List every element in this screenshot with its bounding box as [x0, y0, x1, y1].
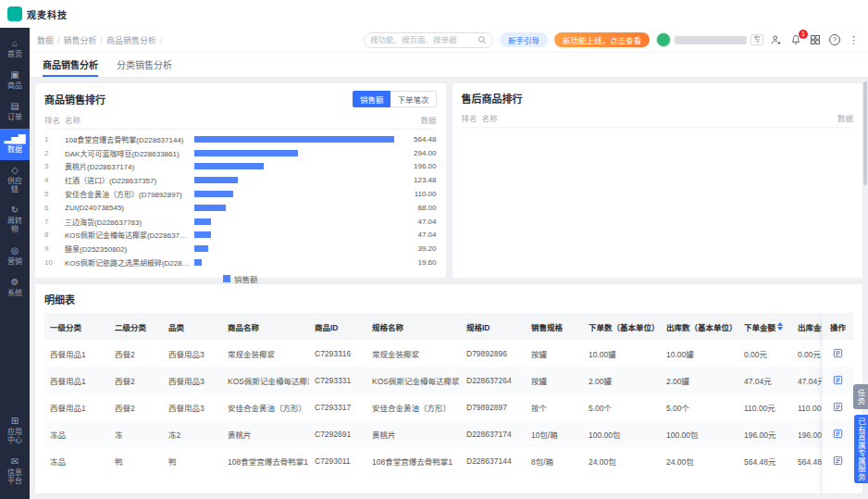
column-header: 销售规格	[526, 321, 583, 332]
row-detail-button[interactable]	[823, 420, 853, 447]
chart-legend[interactable]: 销售额	[44, 269, 437, 284]
table-header-row: 一级分类 二级分类	[44, 313, 822, 340]
cell-category-1: 冻品	[44, 429, 109, 440]
header-bar: 数据销售分析商品销售分析 新手引导 新功能上线，点击查看 专	[30, 28, 868, 52]
cell-sale-spec: 按罐	[526, 375, 583, 386]
column-header-label: 商品名称	[228, 321, 259, 332]
analysis-tab[interactable]: 分类销售分析	[117, 53, 172, 77]
bar-track	[194, 177, 394, 183]
cell-out-amount: 196.00元	[792, 429, 822, 440]
column-header: 商品ID	[309, 321, 366, 332]
sales-bar	[194, 177, 238, 183]
notification-bell-icon[interactable]: 1	[790, 34, 801, 45]
cell-product-id: C7292691	[309, 430, 366, 439]
column-header-label: 销售规格	[531, 321, 563, 332]
rank-row: 10 KOS佩斯记依路之选黑胡椒碎(D228634296) 19.60	[44, 256, 437, 269]
table-body: 西餐用品1 西餐2 西餐用品3 常规金装椰浆 C7293316 常规金装椰浆 D…	[44, 340, 822, 474]
sidebar-item[interactable]: ⚙ 系统	[0, 272, 30, 304]
rank-row: 4 红酒（进口）(D228637357) 123.48	[44, 173, 437, 187]
sidebar-item[interactable]: ⊞ 应用中心	[0, 411, 30, 451]
global-search[interactable]	[364, 32, 493, 48]
bar-track	[194, 259, 394, 266]
apps-grid-icon[interactable]	[810, 34, 821, 45]
page-scrollbar-thumb[interactable]	[863, 81, 867, 185]
sales-value: 123.48	[394, 176, 437, 184]
app-logo[interactable]: 观麦科技	[7, 6, 68, 21]
sidebar-item-icon: ✉	[11, 457, 19, 467]
row-detail-button[interactable]	[823, 393, 853, 420]
more-menu-icon[interactable]: ⋮	[849, 35, 859, 45]
rank-col-header: 排名	[44, 114, 65, 125]
row-detail-button[interactable]	[823, 447, 853, 474]
metric-toggle-button[interactable]: 销售额	[353, 91, 391, 107]
bar-track	[194, 136, 394, 143]
search-input[interactable]	[370, 35, 474, 44]
guide-button[interactable]: 新手引导	[500, 32, 548, 47]
breadcrumb-item[interactable]: 数据	[37, 34, 64, 46]
task-float-button[interactable]: 任务	[853, 384, 868, 409]
analysis-tab[interactable]: 商品销售分析	[43, 53, 98, 77]
metric-toggle-button[interactable]: 下单笔次	[391, 91, 436, 107]
cell-product-id: C7293316	[309, 349, 366, 358]
sidebar-item[interactable]: ▤ 订单	[0, 96, 30, 128]
cell-product-name: 108食堂宫爆去骨鸭掌1	[222, 455, 309, 467]
table-row: 西餐用品1 西餐2 西餐用品3 常规金装椰浆 C7293316 常规金装椰浆 D…	[44, 340, 822, 367]
product-name: 黄桃片(D228637174)	[65, 161, 194, 171]
table-scroll-area[interactable]: 一级分类 二级分类	[44, 313, 822, 493]
sidebar-item-icon: ◇	[11, 166, 19, 175]
header-icons: 1 ? ⋮	[770, 34, 859, 45]
sidebar-item[interactable]: ◎ 营销	[0, 241, 30, 272]
cell-category-3: 鸭	[163, 455, 222, 467]
logo-icon	[7, 6, 22, 21]
breadcrumb-item[interactable]: 商品销售分析	[106, 34, 167, 46]
help-icon[interactable]: ?	[829, 34, 840, 45]
cell-sale-spec: 按个	[526, 402, 583, 413]
row-detail-button[interactable]	[823, 340, 853, 367]
sidebar-item-label: 订单	[5, 113, 25, 121]
cell-order-qty: 5.00个	[583, 402, 661, 413]
sales-value: 564.48	[394, 135, 437, 143]
rank-table-header: 排名 名称 数据	[462, 106, 854, 128]
rank-row: 3 黄桃片(D228637174) 196.00	[44, 160, 437, 174]
search-icon[interactable]	[477, 35, 487, 44]
sidebar-item-icon: ⊞	[11, 417, 19, 426]
column-header-label: 下单数（基本单位）	[589, 321, 660, 332]
row-detail-button[interactable]	[823, 367, 853, 393]
cell-category-3: 西餐用品3	[163, 348, 222, 359]
cell-out-amount: 110.00元	[792, 402, 822, 413]
sales-value: 196.00	[394, 162, 437, 170]
service-float-button[interactable]: 已有直属专属服务	[854, 415, 868, 483]
sidebar-item[interactable]: ✉ 信息平台	[0, 452, 30, 492]
table-row: 冻品 冻 冻2 黄桃片 C7292691 黄桃片 D228637174 10包/…	[44, 420, 822, 447]
promo-button[interactable]: 新功能上线，点击查看	[554, 32, 650, 47]
sidebar-item[interactable]: ⌂ 首页	[0, 33, 30, 65]
avatar[interactable]	[656, 32, 671, 47]
account-menu[interactable]: 专	[656, 32, 763, 47]
cell-spec-id: D228637144	[461, 456, 526, 466]
sort-carets[interactable]	[777, 322, 783, 331]
sort-desc-icon[interactable]	[777, 327, 783, 331]
value-col-header: 数据	[837, 112, 853, 123]
cell-order-amount: 47.04元	[738, 375, 792, 386]
sidebar-item[interactable]: ▂▅▇ 数据	[0, 129, 30, 160]
sidebar-bottom-nav: ⊞ 应用中心 ✉ 信息平台	[0, 411, 30, 492]
product-name: DAK大可可蓝咖啡豆(D228633861)	[65, 148, 194, 158]
cell-order-qty: 24.00包	[583, 455, 661, 467]
sidebar-item-icon: ↻	[11, 206, 19, 215]
sidebar-item-icon: ⚙	[11, 278, 19, 287]
sort-asc-icon[interactable]	[777, 322, 783, 326]
invite-user-icon[interactable]	[770, 34, 782, 45]
cell-product-id: C7293317	[309, 403, 366, 412]
cell-category-3: 西餐用品3	[163, 402, 222, 413]
breadcrumb-item[interactable]: 销售分析	[64, 34, 107, 46]
sidebar-item[interactable]: ↻ 周转物	[0, 200, 30, 240]
rank-number: 9	[44, 244, 65, 253]
cell-category-1: 西餐用品1	[44, 402, 109, 413]
sidebar-item[interactable]: ▣ 商品	[0, 65, 30, 96]
sidebar-item-label: 周转物	[5, 217, 25, 233]
sidebar-item[interactable]: ◇ 供应链	[0, 160, 30, 200]
cell-category-2: 西餐2	[109, 402, 163, 413]
cell-product-name: 黄桃片	[222, 429, 309, 440]
document-icon	[833, 429, 843, 439]
sales-bar	[194, 259, 202, 266]
